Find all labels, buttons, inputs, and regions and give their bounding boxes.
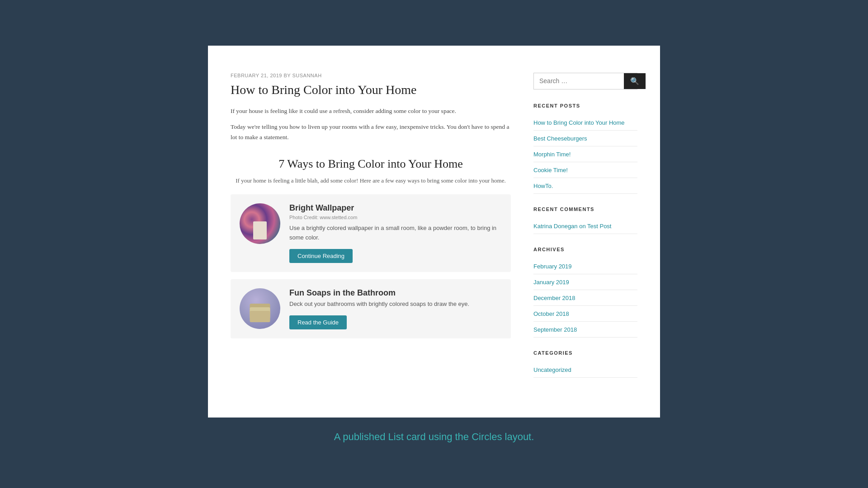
card-content-soaps: Fun Soaps in the Bathroom Deck out your … [289,288,502,329]
section-title: 7 Ways to Bring Color into Your Home [231,156,511,172]
card-image-wallpaper [240,203,280,244]
list-item: Uncategorized [533,362,637,378]
recent-comments-section: RECENT COMMENTS Katrina Donegan on Test … [533,206,637,234]
card-content-wallpaper: Bright Wallpaper Photo Credit: www.stett… [289,203,502,263]
post-excerpt-1: If your house is feeling like it could u… [231,106,511,117]
archive-link[interactable]: January 2019 [533,279,569,286]
recent-post-link[interactable]: Cookie Time! [533,167,568,174]
recent-posts-label: RECENT POSTS [533,103,637,108]
recent-post-link[interactable]: Best Cheeseburgers [533,135,587,142]
continue-reading-button[interactable]: Continue Reading [289,249,353,263]
category-link[interactable]: Uncategorized [533,366,571,373]
recent-posts-list: How to Bring Color into Your Home Best C… [533,115,637,194]
list-item: Best Cheeseburgers [533,131,637,146]
sidebar: 🔍 RECENT POSTS How to Bring Color into Y… [533,73,637,390]
main-content: FEBRUARY 21, 2019 BY SUSANNAH How to Bri… [231,73,511,390]
card-photo-credit-wallpaper: Photo Credit: www.stetted.com [289,215,502,220]
post-meta: FEBRUARY 21, 2019 BY SUSANNAH [231,73,511,78]
list-card-soaps: Fun Soaps in the Bathroom Deck out your … [231,279,511,338]
archive-link[interactable]: February 2019 [533,263,572,270]
list-item: Cookie Time! [533,162,637,178]
recent-comment-link[interactable]: Katrina Donegan on Test Post [533,223,612,230]
list-card-wallpaper: Bright Wallpaper Photo Credit: www.stett… [231,194,511,272]
recent-comments-label: RECENT COMMENTS [533,206,637,212]
archives-section: ARCHIVES February 2019 January 2019 Dece… [533,247,637,338]
categories-list: Uncategorized [533,362,637,378]
list-item: January 2019 [533,274,637,290]
archives-label: ARCHIVES [533,247,637,252]
list-item: December 2018 [533,290,637,306]
card-title-soaps: Fun Soaps in the Bathroom [289,288,502,298]
post-excerpt-2: Today we're telling you how to liven up … [231,122,511,143]
list-item: February 2019 [533,258,637,274]
search-box[interactable]: 🔍 [533,73,637,89]
list-item: Morphin Time! [533,146,637,162]
card-image-soaps [240,288,280,329]
recent-post-link[interactable]: How to Bring Color into Your Home [533,119,625,126]
page-container: FEBRUARY 21, 2019 BY SUSANNAH How to Bri… [208,46,660,418]
card-description-soaps: Deck out your bathrooms with brightly co… [289,300,502,309]
search-button[interactable]: 🔍 [624,73,646,89]
archive-link[interactable]: October 2018 [533,310,569,317]
post-title: How to Bring Color into Your Home [231,82,511,98]
list-item: HowTo. [533,178,637,194]
archive-link[interactable]: September 2018 [533,326,577,333]
archives-list: February 2019 January 2019 December 2018… [533,258,637,338]
read-the-guide-button[interactable]: Read the Guide [289,315,347,329]
list-item: October 2018 [533,306,637,322]
card-description-wallpaper: Use a brightly colored wallpaper in a sm… [289,224,502,243]
section-subtitle: If your home is feeling a little blah, a… [231,176,511,186]
recent-post-link[interactable]: Morphin Time! [533,151,571,158]
search-icon: 🔍 [630,77,639,85]
recent-posts-section: RECENT POSTS How to Bring Color into You… [533,103,637,194]
list-item: How to Bring Color into Your Home [533,115,637,131]
list-item: Katrina Donegan on Test Post [533,218,637,234]
recent-comments-list: Katrina Donegan on Test Post [533,218,637,234]
categories-section: CATEGORIES Uncategorized [533,350,637,378]
list-item: September 2018 [533,322,637,338]
search-input[interactable] [534,73,624,89]
bottom-caption: A published List card using the Circles … [334,431,534,443]
archive-link[interactable]: December 2018 [533,295,576,301]
categories-label: CATEGORIES [533,350,637,356]
recent-post-link[interactable]: HowTo. [533,183,553,189]
card-title-wallpaper: Bright Wallpaper [289,203,502,213]
